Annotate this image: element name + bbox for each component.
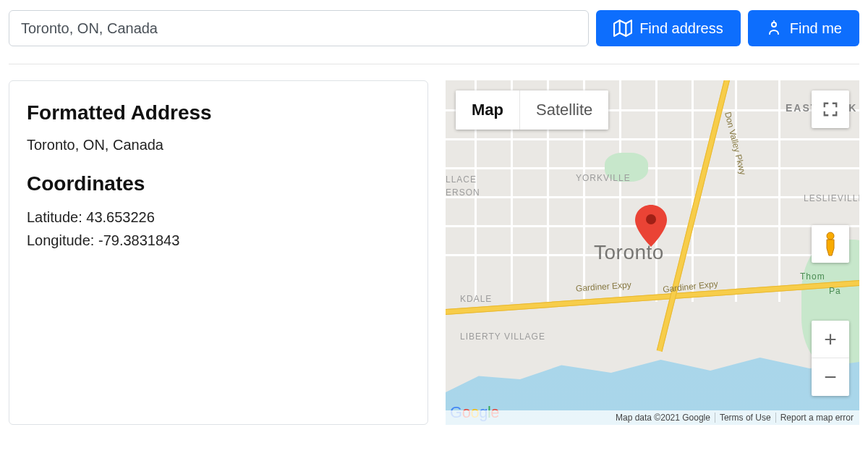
- zoom-in-button[interactable]: +: [812, 321, 849, 358]
- person-pin-icon: [765, 20, 783, 37]
- neighborhood-label: Pa: [829, 286, 841, 296]
- map-view[interactable]: Gardiner Expy Gardiner Expy Don Valley P…: [446, 80, 859, 425]
- svg-marker-0: [614, 20, 631, 36]
- zoom-out-button[interactable]: −: [812, 358, 849, 396]
- map-data-attribution: Map data ©2021 Google: [611, 413, 715, 423]
- svg-point-3: [772, 22, 776, 27]
- neighborhood-label: KDALE: [460, 294, 492, 304]
- find-address-button[interactable]: Find address: [596, 10, 741, 46]
- neighborhood-label: Thom: [800, 271, 825, 282]
- map-type-map-tab[interactable]: Map: [456, 90, 520, 130]
- fullscreen-button[interactable]: [812, 90, 849, 128]
- find-address-label: Find address: [639, 20, 723, 37]
- park-area: [641, 211, 654, 224]
- longitude-value: -79.3831843: [98, 232, 179, 248]
- fullscreen-icon: [822, 101, 838, 117]
- info-panel: Formatted Address Toronto, ON, Canada Co…: [9, 80, 428, 425]
- formatted-address-value: Toronto, ON, Canada: [27, 135, 410, 155]
- latitude-label: Latitude:: [27, 209, 86, 225]
- formatted-address-heading: Formatted Address: [27, 101, 410, 124]
- content-row: Formatted Address Toronto, ON, Canada Co…: [9, 80, 859, 425]
- find-me-button[interactable]: Find me: [748, 10, 859, 46]
- search-bar-row: Find address Find me: [9, 10, 859, 64]
- streetview-pegman-button[interactable]: [812, 225, 849, 263]
- neighborhood-label: LIBERTY VILLAGE: [460, 332, 545, 342]
- neighborhood-label: LESLIEVILLE: [804, 193, 859, 203]
- longitude-line: Longitude: -79.3831843: [27, 229, 410, 252]
- zoom-control: + −: [812, 321, 849, 396]
- pegman-icon: [820, 231, 841, 257]
- map-attribution: Map data ©2021 Google Terms of Use Repor…: [446, 410, 859, 425]
- report-error-link[interactable]: Report a map error: [776, 413, 858, 423]
- latitude-value: 43.653226: [86, 209, 155, 225]
- neighborhood-label: ERSON: [446, 187, 480, 198]
- terms-link[interactable]: Terms of Use: [715, 413, 776, 423]
- highway: [446, 279, 859, 316]
- neighborhood-label: YORKVILLE: [576, 173, 631, 183]
- city-label: Toronto: [594, 241, 664, 264]
- coordinates-heading: Coordinates: [27, 172, 410, 195]
- neighborhood-label: LLACE: [446, 174, 477, 185]
- find-me-label: Find me: [790, 20, 842, 37]
- address-search-input[interactable]: [9, 10, 589, 46]
- latitude-line: Latitude: 43.653226: [27, 206, 410, 229]
- longitude-label: Longitude:: [27, 232, 98, 248]
- highway: [657, 80, 733, 352]
- map-type-switcher: Map Satellite: [456, 90, 608, 130]
- map-type-satellite-tab[interactable]: Satellite: [520, 90, 608, 130]
- map-icon: [613, 19, 632, 38]
- svg-point-5: [827, 232, 834, 240]
